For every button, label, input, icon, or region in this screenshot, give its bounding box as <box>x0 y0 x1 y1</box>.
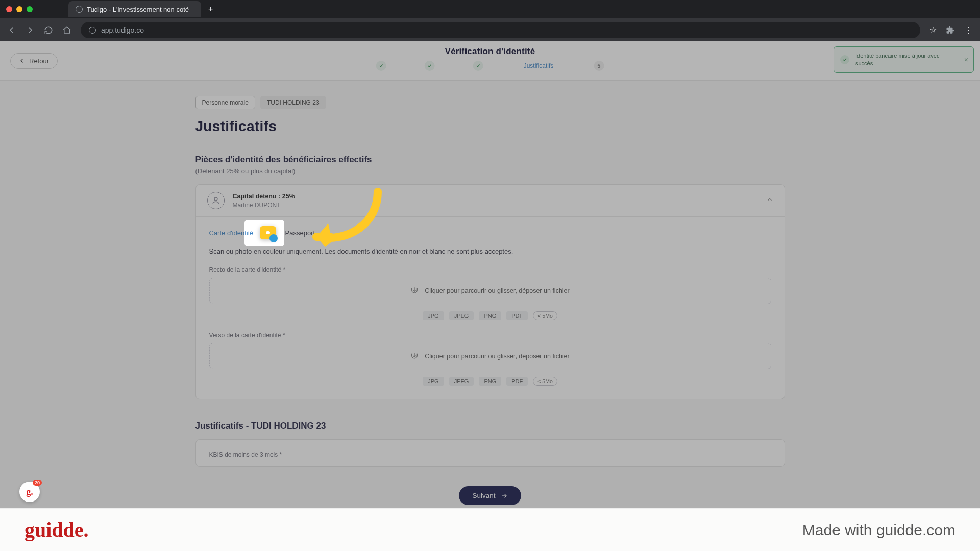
idcard-label[interactable]: Carte d'identité <box>209 229 254 237</box>
extensions-icon[interactable] <box>946 26 955 35</box>
guidde-badge[interactable]: g. 20 <box>19 482 40 502</box>
format-hints-verso: JPG JPEG PNG PDF < 5Mo <box>209 377 771 386</box>
close-icon[interactable]: × <box>964 55 968 64</box>
section-title-company: Justificatifs - TUDI HOLDING 23 <box>195 421 785 431</box>
upload-icon <box>410 287 419 295</box>
fmt-pdf: PDF <box>506 311 528 320</box>
passport-label[interactable]: Passeport <box>285 229 315 237</box>
badge-company: TUDI HOLDING 23 <box>260 96 326 109</box>
fmt-png: PNG <box>479 311 501 320</box>
maximize-window-icon[interactable] <box>27 6 33 12</box>
step-5: 5 <box>594 61 604 71</box>
guidde-badge-count: 20 <box>33 480 42 486</box>
fmt-size: < 5Mo <box>533 377 557 386</box>
minimize-window-icon[interactable] <box>16 6 22 12</box>
recto-dropzone[interactable]: Cliquer pour parcourir ou glisser, dépos… <box>209 278 771 304</box>
guidde-logo: guidde. <box>24 518 89 542</box>
recto-label: Recto de la carte d'identité * <box>209 266 771 273</box>
url-text: app.tudigo.co <box>101 26 144 34</box>
bookmark-icon[interactable]: ☆ <box>929 25 937 35</box>
back-icon[interactable] <box>7 26 16 35</box>
stepper: Justificatifs 5 <box>376 61 604 71</box>
person-name: Martine DUPONT <box>233 202 295 209</box>
reload-icon[interactable] <box>44 26 53 35</box>
verso-dropzone[interactable]: Cliquer pour parcourir ou glisser, dépos… <box>209 343 771 369</box>
arrow-left-icon <box>19 58 25 64</box>
beneficiary-header[interactable]: Capital détenu : 25% Martine DUPONT <box>196 185 785 216</box>
section-subtitle-beneficiaries: (Détenant 25% ou plus du capital) <box>195 167 785 175</box>
format-hints-recto: JPG JPEG PNG PDF < 5Mo <box>209 311 771 320</box>
guidde-logo-icon: g. <box>26 487 33 497</box>
company-docs-card: KBIS de moins de 3 mois * <box>195 439 785 467</box>
step-connector <box>435 66 473 66</box>
step-3 <box>473 61 483 71</box>
fmt-jpeg: JPEG <box>449 311 474 320</box>
svg-point-0 <box>214 197 217 201</box>
fmt-size: < 5Mo <box>533 311 557 320</box>
beneficiary-card: Capital détenu : 25% Martine DUPONT Cart… <box>195 184 785 399</box>
next-button-label: Suivant <box>472 492 495 499</box>
section-title-beneficiaries: Pièces d'identité des bénéficiaires effe… <box>195 155 785 165</box>
doc-type-selector: Carte d'identité Passeport <box>209 226 771 239</box>
fmt-png: PNG <box>479 377 501 386</box>
check-icon <box>840 55 849 64</box>
fmt-jpg: JPG <box>423 377 444 386</box>
window-controls <box>6 6 33 12</box>
step-connector <box>555 66 594 66</box>
browser-tab[interactable]: Tudigo - L'investissement non coté <box>68 1 201 17</box>
success-toast: Identité bancaire mise à jour avec succè… <box>834 46 974 73</box>
forward-icon[interactable] <box>26 26 35 35</box>
fmt-jpg: JPG <box>423 311 444 320</box>
back-button[interactable]: Retour <box>10 53 58 69</box>
next-button[interactable]: Suivant <box>459 486 521 505</box>
browser-tabbar: Tudigo - L'investissement non coté + <box>0 0 980 18</box>
toast-text: Identité bancaire mise à jour avec succè… <box>855 53 939 66</box>
badge-entity-type: Personne morale <box>195 96 255 109</box>
guidde-footer: guidde. Made with guidde.com <box>0 508 980 551</box>
step-4-active: Justificatifs <box>522 62 556 69</box>
check-icon <box>476 63 481 68</box>
page-title: Vérification d'identité <box>376 46 604 57</box>
step-connector <box>386 66 425 66</box>
close-window-icon[interactable] <box>6 6 12 12</box>
verso-label: Verso de la carte d'identité * <box>209 332 771 339</box>
app-topbar: Retour Vérification d'identité Justifica… <box>0 41 980 81</box>
globe-icon <box>76 6 83 13</box>
capital-label: Capital détenu : 25% <box>233 193 295 200</box>
guidde-tagline: Made with guidde.com <box>802 521 955 539</box>
dropzone-text: Cliquer pour parcourir ou glisser, dépos… <box>425 287 569 294</box>
fmt-jpeg: JPEG <box>449 377 474 386</box>
kbis-label: KBIS de moins de 3 mois * <box>209 451 771 458</box>
back-button-label: Retour <box>29 57 49 65</box>
step-connector <box>483 66 522 66</box>
tab-title: Tudigo - L'investissement non coté <box>87 6 189 13</box>
address-bar[interactable]: app.tudigo.co <box>81 22 920 38</box>
scan-hint: Scan ou photo en couleur uniquement. Les… <box>209 247 771 255</box>
arrow-right-icon <box>501 492 508 499</box>
divider <box>195 140 785 140</box>
step-2 <box>425 61 435 71</box>
heading-justificatifs: Justificatifs <box>195 118 785 135</box>
home-icon[interactable] <box>62 26 71 35</box>
upload-icon <box>410 352 419 360</box>
step-1 <box>376 61 386 71</box>
user-icon <box>207 192 225 209</box>
new-tab-button[interactable]: + <box>208 5 213 14</box>
menu-icon[interactable]: ⋮ <box>964 24 973 36</box>
browser-toolbar: app.tudigo.co ☆ ⋮ <box>0 18 980 41</box>
chevron-up-icon <box>766 196 773 205</box>
check-icon <box>427 63 432 68</box>
site-info-icon <box>89 27 96 34</box>
fmt-pdf: PDF <box>506 377 528 386</box>
context-badges: Personne morale TUDI HOLDING 23 <box>195 96 785 109</box>
dropzone-text: Cliquer pour parcourir ou glisser, dépos… <box>425 353 569 360</box>
toggle-highlight <box>260 226 276 239</box>
check-icon <box>379 63 384 68</box>
